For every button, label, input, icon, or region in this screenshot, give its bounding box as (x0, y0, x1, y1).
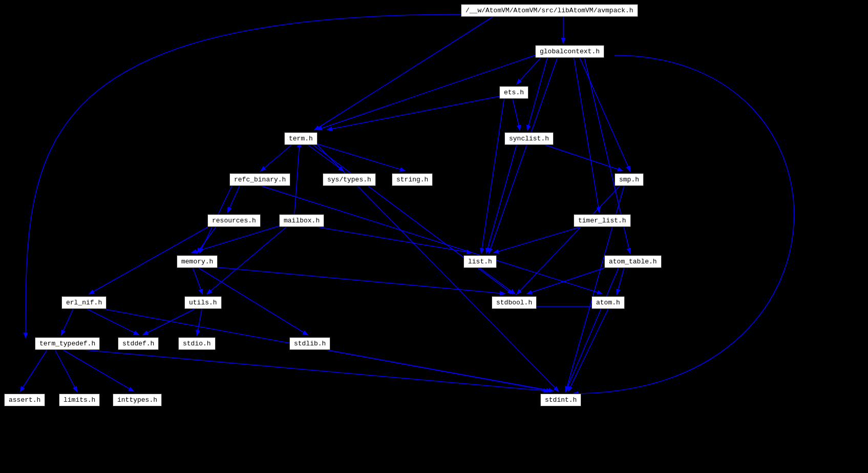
svg-line-12 (538, 142, 622, 171)
node-ets[interactable]: ets.h (499, 86, 528, 99)
svg-line-5 (489, 55, 558, 253)
svg-line-25 (476, 265, 515, 294)
node-avmpack[interactable]: /__w/AtomVM/AtomVM/src/libAtomVM/avmpack… (461, 4, 638, 17)
svg-line-38 (56, 347, 548, 391)
svg-line-28 (192, 265, 202, 294)
node-stddef[interactable]: stddef.h (118, 337, 159, 350)
node-term[interactable]: term.h (284, 132, 317, 145)
node-list[interactable]: list.h (463, 255, 497, 268)
svg-line-18 (228, 183, 241, 212)
svg-line-42 (312, 347, 553, 391)
svg-line-15 (312, 142, 405, 171)
svg-line-45 (517, 183, 622, 294)
svg-line-39 (20, 347, 49, 391)
svg-line-13 (261, 142, 294, 171)
node-resources[interactable]: resources.h (207, 214, 261, 227)
svg-line-27 (527, 265, 612, 294)
svg-line-41 (59, 347, 133, 391)
node-mailbox[interactable]: mailbox.h (279, 214, 324, 227)
node-stdlib[interactable]: stdlib.h (289, 337, 330, 350)
node-atom-table[interactable]: atom_table.h (604, 255, 662, 268)
svg-line-24 (494, 224, 589, 253)
svg-line-40 (54, 347, 77, 391)
node-assert[interactable]: assert.h (4, 394, 45, 406)
svg-line-9 (328, 96, 499, 130)
svg-line-11 (486, 142, 517, 253)
svg-line-35 (197, 306, 202, 335)
svg-line-43 (566, 265, 620, 391)
svg-line-29 (197, 265, 504, 294)
svg-line-2 (527, 55, 548, 130)
svg-line-36 (568, 306, 609, 391)
svg-line-32 (82, 306, 138, 335)
node-utils[interactable]: utils.h (184, 296, 222, 309)
node-stdio[interactable]: stdio.h (178, 337, 216, 350)
node-erl-nif[interactable]: erl_nif.h (61, 296, 107, 309)
svg-line-20 (197, 224, 218, 253)
node-string[interactable]: string.h (392, 173, 433, 186)
node-inttypes[interactable]: inttypes.h (113, 394, 162, 406)
node-limits[interactable]: limits.h (59, 394, 100, 406)
svg-line-4 (579, 55, 630, 171)
node-stdbool[interactable]: stdbool.h (492, 296, 537, 309)
node-synclist[interactable]: synclist.h (504, 132, 554, 145)
svg-line-10 (481, 96, 504, 253)
svg-line-23 (207, 224, 289, 294)
node-stdint[interactable]: stdint.h (540, 394, 581, 406)
node-smp[interactable]: smp.h (615, 173, 644, 186)
node-refc-binary[interactable]: refc_binary.h (229, 173, 290, 186)
node-atom[interactable]: atom.h (591, 296, 625, 309)
svg-line-47 (192, 224, 284, 253)
svg-line-26 (617, 265, 625, 294)
svg-line-49 (253, 183, 602, 294)
svg-line-48 (294, 142, 300, 214)
svg-line-44 (315, 14, 497, 130)
node-sys-types[interactable]: sys/types.h (323, 173, 376, 186)
svg-line-31 (61, 306, 74, 335)
node-memory[interactable]: memory.h (177, 255, 218, 268)
svg-line-16 (310, 142, 512, 294)
svg-line-14 (305, 142, 343, 171)
svg-line-22 (302, 224, 471, 253)
node-globalcontext[interactable]: globalcontext.h (535, 45, 604, 58)
svg-line-1 (517, 55, 543, 84)
svg-line-8 (512, 96, 520, 130)
node-term-typedef[interactable]: term_typedef.h (35, 337, 100, 350)
svg-line-34 (143, 306, 200, 335)
node-timer-list[interactable]: timer_list.h (574, 214, 631, 227)
svg-line-7 (574, 55, 599, 212)
dependency-graph: /__w/AtomVM/AtomVM/src/libAtomVM/avmpack… (0, 0, 868, 473)
